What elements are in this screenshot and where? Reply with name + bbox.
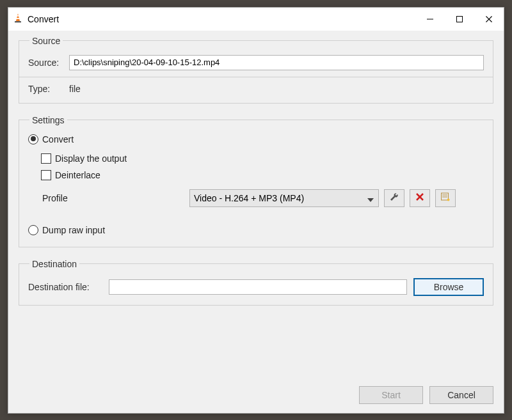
maximize-button[interactable] [445, 10, 474, 29]
vlc-cone-icon [12, 12, 24, 26]
profile-select-wrap: Video - H.264 + MP3 (MP4) [189, 189, 379, 207]
svg-point-14 [447, 199, 450, 201]
profile-new-button[interactable] [435, 189, 456, 207]
svg-rect-3 [15, 21, 21, 22]
delete-x-icon [415, 192, 425, 204]
profile-edit-button[interactable] [384, 189, 404, 207]
display-output-label: Display the output [55, 153, 127, 164]
svg-rect-2 [17, 18, 20, 19]
divider [19, 77, 493, 77]
destination-file-label: Destination file: [28, 282, 109, 292]
profile-select[interactable]: Video - H.264 + MP3 (MP4) [189, 189, 379, 207]
dump-raw-label: Dump raw input [42, 225, 105, 235]
deinterlace-label: Deinterlace [55, 170, 100, 180]
dialog-body: Source Source: Type: file Settings Conve… [8, 31, 504, 380]
deinterlace-checkbox[interactable] [41, 170, 51, 180]
svg-rect-1 [17, 15, 19, 17]
destination-legend: Destination [29, 259, 79, 269]
source-label: Source: [28, 58, 69, 68]
source-legend: Source [29, 36, 63, 46]
browse-button[interactable]: Browse [413, 278, 484, 296]
new-profile-icon [440, 192, 451, 204]
type-value: file [69, 84, 81, 94]
start-button[interactable]: Start [359, 386, 423, 404]
dump-raw-radio[interactable] [28, 225, 38, 235]
settings-group: Settings Convert Display the output Dein… [19, 115, 493, 247]
destination-group: Destination Destination file: Browse [19, 259, 493, 306]
source-input[interactable] [69, 55, 484, 70]
profile-delete-button[interactable] [410, 189, 430, 207]
convert-radio[interactable] [28, 134, 38, 144]
type-label: Type: [28, 84, 69, 94]
window-title: Convert [28, 14, 59, 24]
close-button[interactable] [474, 10, 504, 29]
cancel-button[interactable]: Cancel [429, 386, 493, 404]
settings-legend: Settings [29, 115, 67, 125]
minimize-button[interactable] [415, 10, 445, 29]
wrench-icon [389, 192, 399, 204]
convert-radio-label: Convert [42, 134, 74, 144]
titlebar: Convert [8, 8, 504, 31]
svg-rect-5 [457, 16, 463, 22]
display-output-checkbox[interactable] [41, 153, 51, 164]
convert-dialog: Convert Source Source: Type: file [8, 7, 504, 414]
destination-file-input[interactable] [109, 279, 407, 295]
dialog-footer: Start Cancel [8, 380, 504, 413]
source-group: Source Source: Type: file [19, 36, 493, 104]
svg-marker-0 [16, 13, 20, 21]
window-controls [415, 10, 504, 29]
profile-label: Profile [41, 193, 189, 203]
